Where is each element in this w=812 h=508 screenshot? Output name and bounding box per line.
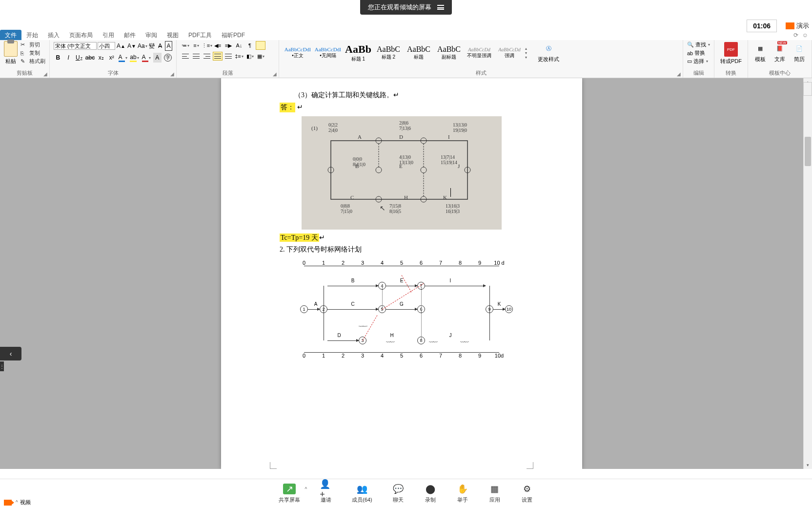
sort-button[interactable]: A↓ [234, 41, 244, 50]
vertical-scrollbar[interactable]: ▴ ▾ [803, 78, 812, 469]
tab-mail[interactable]: 邮件 [119, 30, 141, 41]
format-painter-button[interactable]: ✎格式刷 [20, 58, 45, 65]
replace-icon: ab [687, 50, 693, 56]
select-button[interactable]: ▭选择▾ [687, 58, 710, 65]
raise-hand-button[interactable]: ✋ 举手 [456, 484, 469, 504]
apps-button[interactable]: ▦ 应用 [488, 484, 501, 504]
char-border-button[interactable]: A [165, 41, 172, 51]
cut-button[interactable]: ✂剪切 [20, 41, 45, 48]
multilevel-button[interactable]: ⋮≡▾ [202, 41, 212, 50]
strike-button[interactable]: abc [85, 53, 95, 63]
line-spacing-button[interactable]: ‡≡▾ [234, 52, 244, 61]
align-justify-button[interactable] [213, 52, 223, 61]
style-emphasis[interactable]: AaBbCcDd强调 [495, 42, 524, 64]
font-launcher[interactable]: ◢ [170, 71, 174, 77]
styles-gallery[interactable]: AaBbCcDdl•正文 AaBbCcDdl•无间隔 AaBb标题 1 AaBb… [283, 41, 533, 64]
replace-button[interactable]: ab替换 [687, 49, 710, 57]
document-area[interactable]: （3）确定计算工期和关键线路。↵ 答： ↵ (1) 0|2|2 2|4|0 A … [0, 78, 803, 469]
group-paragraph: ≔▾ ≡▾ ⋮≡▾ ◀≡ ≡▶ A↓ ¶ ‡≡▾ ◧▾ ▦▾ 段落 ◢ [177, 40, 279, 78]
tab-foxit[interactable]: 福昕PDF [217, 30, 250, 41]
style-nospacing[interactable]: AaBbCcDdl•无间隔 [313, 42, 343, 64]
refresh-icon[interactable]: ⟳ [793, 32, 798, 39]
numbering-button[interactable]: ≡▾ [191, 41, 201, 50]
change-styles-button[interactable]: Ⓐ 更改样式 [536, 41, 561, 64]
char-shading-button[interactable]: A [153, 53, 162, 63]
scale-top: 012345678910 d [294, 260, 509, 266]
tab-insert[interactable]: 插入 [43, 30, 64, 41]
chat-button[interactable]: 💬 聊天 [392, 484, 405, 504]
text-cursor [450, 188, 451, 197]
borders-button[interactable]: ▦▾ [256, 52, 265, 61]
brush-icon: ✎ [20, 58, 27, 65]
subscript-button[interactable]: x₂ [97, 53, 106, 63]
resume-icon: 📄 [793, 42, 806, 55]
copy-button[interactable]: ⎘复制 [20, 49, 45, 57]
underline-button[interactable]: U▾ [75, 53, 83, 63]
text-effect-button[interactable]: A▾ [118, 53, 128, 63]
bold-button[interactable]: B [54, 53, 62, 63]
share-menu-icon[interactable] [437, 5, 444, 10]
italic-button[interactable]: I [64, 53, 73, 63]
to-pdf-button[interactable]: PDF 转成PDF [718, 41, 744, 66]
invite-button[interactable]: 👤+ 邀请 [320, 484, 332, 504]
shading-button[interactable]: ◧▾ [245, 52, 255, 61]
document-page[interactable]: （3）确定计算工期和关键线路。↵ 答： ↵ (1) 0|2|2 2|4|0 A … [221, 78, 582, 469]
align-left-button[interactable] [181, 52, 190, 61]
align-distributed-button[interactable] [223, 52, 233, 61]
change-case-button[interactable]: Aa▾ [138, 41, 147, 51]
align-center-button[interactable] [191, 52, 201, 61]
share-caret[interactable]: ^ [305, 487, 307, 492]
help-icon[interactable]: ☺ [802, 32, 808, 39]
library-button[interactable]: NEW 📕 文库 [771, 41, 788, 64]
grow-font-button[interactable]: A▲ [116, 41, 126, 51]
styles-more-button[interactable]: ▴▾▾ [525, 46, 533, 60]
superscript-button[interactable]: x² [107, 53, 116, 63]
style-title[interactable]: AaBbC标题 [404, 42, 433, 64]
wavy-1 [359, 323, 366, 326]
find-button[interactable]: 🔍查找▾ [687, 41, 710, 48]
paste-button[interactable]: 粘贴 [4, 41, 18, 65]
indent-increase-button[interactable]: ≡▶ [223, 41, 233, 50]
clipboard-launcher[interactable]: ◢ [43, 71, 47, 77]
paragraph-launcher[interactable]: ◢ [273, 71, 277, 77]
tab-review[interactable]: 审阅 [141, 30, 162, 41]
font-size-select[interactable] [98, 42, 115, 50]
scroll-thumb[interactable] [805, 137, 811, 166]
members-button[interactable]: 👥 成员(64) [352, 484, 372, 504]
shrink-font-button[interactable]: A▼ [127, 41, 137, 51]
network-body: 1 2 3 4 5 6 7 8 9 10 A B C D E [304, 270, 499, 348]
resume-button[interactable]: 📄 简历 [791, 41, 808, 64]
style-subtitle[interactable]: AaBbC副标题 [434, 42, 464, 64]
style-heading1[interactable]: AaBb标题 1 [344, 42, 373, 64]
tab-view[interactable]: 视图 [162, 30, 183, 41]
phonetic-button[interactable]: 變 [148, 41, 156, 51]
video-caret[interactable]: ^ [16, 500, 18, 505]
tab-references[interactable]: 引用 [98, 30, 119, 41]
style-heading2[interactable]: AaBbC标题 2 [374, 42, 403, 64]
record-button[interactable]: ⬤ 录制 [424, 484, 437, 504]
style-subtle-emphasis[interactable]: AaBbCcDd不明显强调 [465, 42, 494, 64]
tab-pdftools[interactable]: PDF工具 [183, 30, 217, 41]
scroll-down-arrow[interactable]: ▾ [804, 461, 812, 469]
align-right-button[interactable] [202, 52, 212, 61]
show-marks-button[interactable]: ¶ [245, 41, 255, 50]
style-normal[interactable]: AaBbCcDdl•正文 [283, 42, 312, 64]
panel-collapse-button[interactable]: ‹ [0, 347, 21, 360]
bullets-button[interactable]: ≔▾ [181, 41, 190, 50]
tab-home[interactable]: 开始 [21, 30, 43, 41]
meeting-video-control[interactable]: ^ 视频 [0, 497, 35, 508]
highlight-button[interactable]: ab▾ [130, 53, 140, 63]
side-panel-tab[interactable] [803, 82, 812, 96]
share-screen-button[interactable]: ↗ 共享屏幕 ^ [279, 484, 300, 504]
template-button[interactable]: ▦ 模板 [752, 41, 769, 64]
field-shading-button[interactable] [256, 41, 265, 50]
styles-launcher[interactable]: ◢ [677, 71, 681, 77]
indent-decrease-button[interactable]: ◀≡ [213, 41, 223, 50]
settings-button[interactable]: ⚙ 设置 [521, 484, 533, 504]
panel-drag-handle[interactable]: ⋮ [0, 361, 4, 371]
tab-layout[interactable]: 页面布局 [64, 30, 98, 41]
clear-format-button[interactable]: A̶ [157, 41, 164, 51]
font-color-button[interactable]: A▾ [142, 53, 151, 63]
enclose-char-button[interactable]: 字 [163, 53, 172, 63]
font-family-select[interactable] [54, 42, 97, 50]
